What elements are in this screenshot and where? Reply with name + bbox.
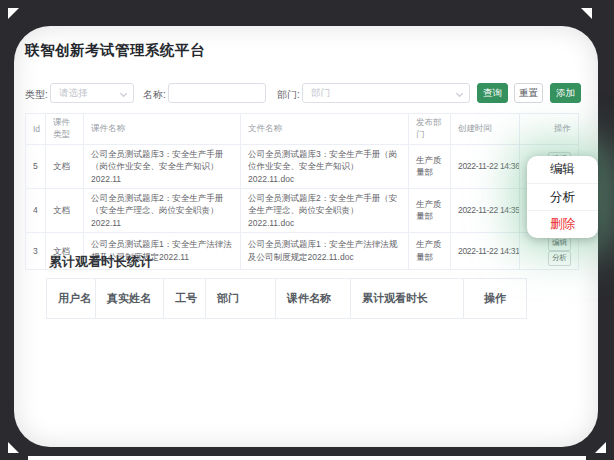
- type-select[interactable]: 请选择: [50, 83, 134, 103]
- col-header-operation: 操作: [464, 279, 527, 319]
- cell-created: 2022-11-22 14:35:4: [451, 188, 520, 232]
- cell-id: 4: [26, 188, 46, 232]
- add-button[interactable]: 添加: [550, 83, 581, 103]
- screen: 联智创新考试管理系统平台 类型: 请选择 名称: 部门: 部门 查询 重置 添加…: [0, 0, 614, 460]
- cell-name: 公司全员测试题库3：安全生产手册（岗位作业安全、安全生产知识）2022.11: [84, 145, 241, 189]
- analyze-button[interactable]: 分析: [548, 251, 571, 266]
- stats-section-title: 累计观看时长统计: [49, 253, 153, 271]
- corner-artifact: [581, 8, 592, 19]
- corner-artifact: [8, 8, 19, 19]
- col-header-courseware: 课件名称: [276, 279, 351, 319]
- cell-file: 公司全员测试题库1：安全生产法律法规及公司制度规定2022.11.doc: [241, 232, 409, 269]
- col-header-employee-id: 工号: [164, 279, 206, 319]
- corner-artifact: [595, 442, 606, 453]
- app-window: 联智创新考试管理系统平台 类型: 请选择 名称: 部门: 部门 查询 重置 添加…: [14, 26, 598, 447]
- cell-created: 2022-11-22 14:31:5: [451, 232, 520, 269]
- cell-dept: 生产质量部: [409, 188, 451, 232]
- watch-duration-table: 用户名 真实姓名 工号 部门 课件名称 累计观看时长 操作: [46, 278, 527, 319]
- name-label: 名称:: [143, 88, 166, 102]
- name-input[interactable]: [168, 83, 266, 103]
- col-header-actions: 操作: [520, 114, 579, 145]
- table-row: 4 文档 公司全员测试题库2：安全生产手册（安全生产理念、岗位安全职责）2022…: [26, 188, 579, 232]
- cell-dept: 生产质量部: [409, 232, 451, 269]
- chevron-down-icon: [456, 90, 463, 97]
- dept-select[interactable]: 部门: [302, 83, 470, 103]
- courseware-table: Id 课件类型 课件名称 文件名称 发布部门 创建时间 操作 5 文档 公司全员…: [25, 113, 579, 270]
- cell-type: 文档: [46, 188, 84, 232]
- context-menu: 编辑 分析 删除: [527, 156, 598, 238]
- reset-button[interactable]: 重置: [514, 83, 543, 103]
- cell-file: 公司全员测试题库3：安全生产手册（岗位作业安全、安全生产知识）2022.11.d…: [241, 145, 409, 189]
- type-select-placeholder: 请选择: [59, 87, 88, 100]
- stats-header-row: 用户名 真实姓名 工号 部门 课件名称 累计观看时长 操作: [47, 279, 527, 319]
- cell-created: 2022-11-22 14:36:32: [451, 145, 520, 189]
- col-header-type: 课件类型: [46, 114, 84, 145]
- cell-file: 公司全员测试题库2：安全生产手册（安全生产理念、岗位安全职责）2022.11.d…: [241, 188, 409, 232]
- cell-type: 文档: [46, 145, 84, 189]
- col-header-id: Id: [26, 114, 46, 145]
- page-title: 联智创新考试管理系统平台: [25, 41, 205, 60]
- col-header-username: 用户名: [47, 279, 96, 319]
- cell-name: 公司全员测试题库2：安全生产手册（安全生产理念、岗位安全职责）2022.11: [84, 188, 241, 232]
- edit-button[interactable]: 编辑: [548, 236, 571, 251]
- type-label: 类型:: [25, 88, 48, 102]
- chevron-down-icon: [120, 90, 127, 97]
- col-header-realname: 真实姓名: [96, 279, 164, 319]
- menu-item-analyze[interactable]: 分析: [527, 184, 598, 212]
- col-header-department: 部门: [206, 279, 276, 319]
- col-header-created: 创建时间: [451, 114, 520, 145]
- courseware-header-row: Id 课件类型 课件名称 文件名称 发布部门 创建时间 操作: [26, 114, 579, 145]
- col-header-dept: 发布部门: [409, 114, 451, 145]
- dept-select-placeholder: 部门: [311, 87, 330, 100]
- query-button[interactable]: 查询: [477, 83, 508, 103]
- corner-artifact: [8, 442, 19, 453]
- col-header-duration: 累计观看时长: [351, 279, 464, 319]
- col-header-file: 文件名称: [241, 114, 409, 145]
- cell-id: 5: [26, 145, 46, 189]
- dept-label: 部门:: [277, 88, 300, 102]
- menu-item-delete[interactable]: 删除: [527, 211, 598, 238]
- cell-dept: 生产质量部: [409, 145, 451, 189]
- bottom-edge-strip: [28, 456, 586, 460]
- menu-item-edit[interactable]: 编辑: [527, 156, 598, 184]
- col-header-name: 课件名称: [84, 114, 241, 145]
- cell-id: 3: [26, 232, 46, 269]
- table-row: 5 文档 公司全员测试题库3：安全生产手册（岗位作业安全、安全生产知识）2022…: [26, 145, 579, 189]
